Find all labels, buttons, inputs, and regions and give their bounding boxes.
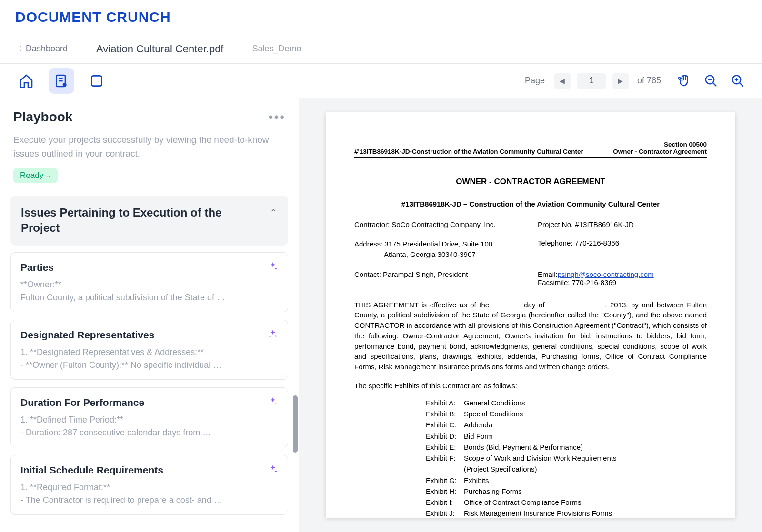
ready-label: Ready bbox=[20, 171, 43, 180]
subbar: 〈 Dashboard Aviation Cultural Center.pdf… bbox=[0, 34, 762, 64]
issues-scroll[interactable]: Issues Pertaining to Execution of the Pr… bbox=[0, 196, 299, 532]
svg-line-10 bbox=[740, 82, 743, 86]
issue-line2: - Duration: 287 consecutive calendar day… bbox=[20, 426, 278, 439]
doc-header-right2: Owner - Contractor Agreement bbox=[613, 148, 707, 155]
issue-line1: 1. **Defined Time Period:** bbox=[20, 415, 123, 424]
home-button[interactable] bbox=[13, 68, 39, 94]
doc-paragraph-1: THIS AGREEMENT is effective as of the da… bbox=[354, 300, 707, 372]
section-header[interactable]: Issues Pertaining to Execution of the Pr… bbox=[10, 196, 288, 246]
doc-witness: WITNESSETH: That the said Contractor has… bbox=[354, 531, 707, 532]
playbook-menu-button[interactable]: ••• bbox=[269, 110, 285, 124]
doc-contractor: Contractor: SoCo Contracting Company, In… bbox=[354, 220, 523, 228]
issue-title: Parties bbox=[20, 262, 54, 273]
issue-line2: - **Owner (Fulton County):** No specific… bbox=[20, 359, 278, 372]
svg-rect-5 bbox=[91, 76, 101, 86]
back-label: Dashboard bbox=[26, 44, 68, 54]
doc-header-left: #'13ITB86918K-JD-Construction of the Avi… bbox=[354, 148, 583, 155]
zoom-out-button[interactable] bbox=[701, 71, 721, 91]
issue-card-initial-schedule-requirements[interactable]: Initial Schedule Requirements 1. **Requi… bbox=[10, 455, 288, 515]
zoom-in-button[interactable] bbox=[728, 71, 748, 91]
chevron-up-icon: ⌃ bbox=[270, 207, 278, 218]
doc-header-right1: Section 00500 bbox=[613, 141, 707, 148]
issue-card-designated-representatives[interactable]: Designated Representatives 1. **Designat… bbox=[10, 320, 288, 380]
topbar: DOCUMENT CRUNCH bbox=[0, 0, 762, 34]
issue-title: Designated Representatives bbox=[20, 329, 154, 341]
sparkle-icon bbox=[268, 396, 278, 409]
viewer-toolbar: Page ◀ ▶ of 785 bbox=[299, 64, 762, 98]
back-to-dashboard[interactable]: 〈 Dashboard bbox=[15, 44, 68, 54]
issue-line1: 1. **Designated Representatives & Addres… bbox=[20, 347, 204, 357]
pan-tool-button[interactable] bbox=[674, 71, 694, 91]
document-page: #'13ITB86918K-JD-Construction of the Avi… bbox=[326, 112, 735, 518]
doc-info-grid: Contractor: SoCo Contracting Company, In… bbox=[354, 220, 707, 286]
document-title: Aviation Cultural Center.pdf bbox=[96, 43, 223, 55]
sparkle-icon bbox=[268, 329, 278, 341]
left-panel: i Playbook ••• Execute your projects suc… bbox=[0, 64, 299, 532]
doc-email-fax: Email:psingh@soco-contracting.com Facsim… bbox=[538, 270, 707, 286]
chevron-down-icon: ⌄ bbox=[46, 172, 51, 179]
prev-page-button[interactable]: ◀ bbox=[554, 73, 571, 89]
project-name: Sales_Demo bbox=[252, 44, 301, 54]
playbook-title: Playbook bbox=[13, 109, 72, 125]
doc-contact: Contact: Parampal Singh, President bbox=[354, 270, 523, 286]
notes-button[interactable] bbox=[84, 68, 110, 94]
issue-line2: Fulton County, a political subdivision o… bbox=[20, 291, 278, 304]
document-canvas[interactable]: #'13ITB86918K-JD-Construction of the Avi… bbox=[299, 98, 762, 532]
page-total: of 785 bbox=[637, 76, 661, 86]
left-toolbar: i bbox=[0, 64, 299, 98]
issue-line1: **Owner:** bbox=[20, 280, 61, 289]
playbook-header: Playbook ••• Execute your projects succe… bbox=[0, 98, 299, 187]
page-input[interactable] bbox=[577, 73, 606, 89]
issue-line1: 1. **Required Format:** bbox=[20, 483, 110, 492]
doc-telephone: Telephone: 770-216-8366 bbox=[538, 239, 707, 260]
sparkle-icon bbox=[268, 464, 278, 476]
issue-title: Initial Schedule Requirements bbox=[20, 464, 163, 476]
scrollbar[interactable] bbox=[293, 395, 298, 453]
sparkle-icon bbox=[268, 261, 278, 274]
doc-h1: OWNER - CONTRACTOR AGREEMENT bbox=[354, 177, 707, 187]
svg-line-7 bbox=[713, 82, 717, 86]
section-title: Issues Pertaining to Execution of the Pr… bbox=[21, 205, 240, 236]
app-logo: DOCUMENT CRUNCH bbox=[15, 9, 171, 25]
ready-badge[interactable]: Ready ⌄ bbox=[13, 168, 58, 183]
issue-title: Duration For Performance bbox=[20, 397, 144, 408]
issue-card-duration-for-performance[interactable]: Duration For Performance 1. **Defined Ti… bbox=[10, 387, 288, 447]
issue-card-parties[interactable]: Parties **Owner:** Fulton County, a poli… bbox=[10, 252, 288, 312]
doc-h2: #13ITB86918K-JD – Construction of the Av… bbox=[354, 200, 707, 208]
page-label: Page bbox=[525, 76, 545, 86]
doc-project-no: Project No. #13ITB86916K-JD bbox=[538, 220, 707, 228]
issue-line2: - The Contractor is required to prepare … bbox=[20, 494, 278, 507]
doc-exhibits-intro: The specific Exhibits of this Contract a… bbox=[354, 382, 707, 390]
chevron-left-icon: 〈 bbox=[15, 45, 22, 53]
doc-email-link[interactable]: psingh@soco-contracting.com bbox=[558, 270, 654, 278]
doc-header: #'13ITB86918K-JD-Construction of the Avi… bbox=[354, 141, 707, 158]
doc-exhibits-list: Exhibit A:General Conditions Exhibit B:S… bbox=[426, 397, 707, 519]
playbook-description: Execute your projects successfully by vi… bbox=[13, 133, 280, 160]
playbook-button[interactable]: i bbox=[49, 68, 74, 94]
next-page-button[interactable]: ▶ bbox=[612, 73, 629, 89]
right-panel: Page ◀ ▶ of 785 #'13ITB86918K-JD-Constru… bbox=[299, 64, 762, 532]
doc-address: Address: 3175 Presidential Drive, Suite … bbox=[354, 239, 523, 260]
